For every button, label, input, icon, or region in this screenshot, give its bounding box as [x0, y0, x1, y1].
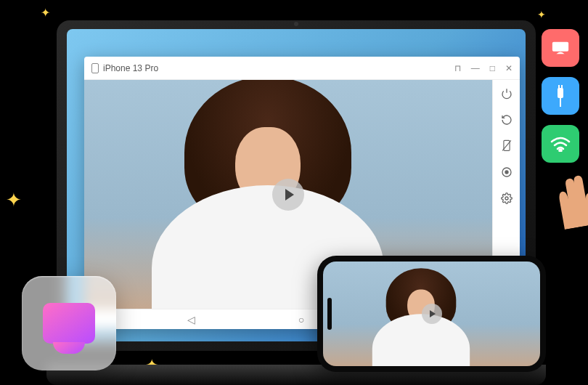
phone-frame — [317, 256, 546, 372]
camera-notch — [294, 22, 298, 26]
cable-icon[interactable] — [542, 77, 579, 115]
nav-home-button[interactable]: ○ — [298, 314, 304, 325]
app-icon[interactable] — [22, 276, 116, 370]
cast-icon[interactable] — [542, 29, 579, 67]
svg-rect-7 — [558, 85, 560, 89]
sparkle-icon: ✦ — [537, 9, 546, 20]
svg-rect-5 — [552, 42, 568, 52]
phone-notch — [327, 298, 332, 330]
maximize-button[interactable]: □ — [490, 63, 495, 73]
pin-button[interactable]: ⊓ — [454, 63, 461, 73]
undo-icon[interactable] — [500, 113, 513, 126]
device-title: iPhone 13 Pro — [103, 63, 158, 73]
titlebar: iPhone 13 Pro ⊓ — □ ✕ — [84, 57, 520, 80]
phone-icon — [91, 63, 99, 73]
svg-rect-6 — [558, 88, 563, 98]
minimize-button[interactable]: — — [471, 63, 480, 73]
gear-icon[interactable] — [500, 192, 513, 205]
hand-illustration — [540, 167, 588, 224]
svg-point-10 — [560, 150, 562, 152]
screen-mirror-app-icon — [43, 303, 95, 344]
power-icon[interactable] — [500, 87, 513, 100]
sparkle-icon: ✦ — [6, 189, 22, 211]
wifi-icon[interactable] — [542, 125, 579, 163]
video-thumbnail — [363, 268, 479, 366]
svg-rect-9 — [560, 98, 561, 107]
play-button[interactable] — [272, 179, 304, 211]
svg-point-3 — [505, 171, 508, 174]
svg-rect-8 — [561, 85, 563, 89]
disconnect-icon[interactable] — [500, 139, 513, 153]
sparkle-icon: ✦ — [41, 6, 50, 20]
connection-icon-stack — [542, 29, 579, 163]
record-icon[interactable] — [500, 166, 513, 179]
svg-point-4 — [505, 197, 508, 200]
play-button[interactable] — [422, 304, 442, 324]
phone-screen — [323, 262, 540, 366]
close-button[interactable]: ✕ — [505, 63, 513, 73]
nav-back-button[interactable]: ◁ — [187, 314, 195, 325]
